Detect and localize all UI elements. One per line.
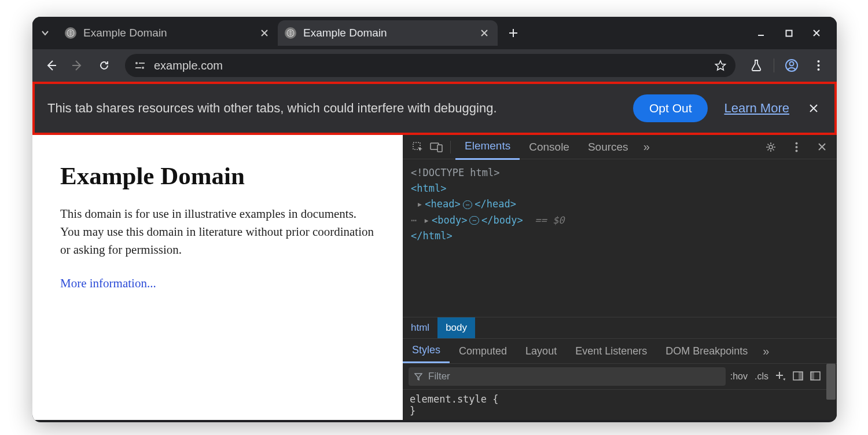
close-icon	[480, 29, 488, 37]
filter-placeholder: Filter	[428, 371, 450, 382]
maximize-button[interactable]	[784, 28, 794, 38]
ellipsis-icon[interactable]: ⋯	[469, 216, 479, 225]
forward-button[interactable]	[67, 55, 88, 76]
styles-filter-input[interactable]: Filter	[409, 367, 726, 386]
address-bar[interactable]: example.com	[125, 54, 735, 77]
dom-html-close: </html>	[411, 230, 453, 242]
dom-selected-indicator: == $0	[535, 214, 564, 226]
toolbar: example.com	[32, 49, 837, 82]
styles-tab-event-listeners[interactable]: Event Listeners	[566, 340, 656, 363]
style-rule-close: }	[410, 405, 819, 416]
close-icon	[812, 29, 821, 37]
tab-strip: Example Domain Example Domain	[32, 17, 837, 49]
breadcrumb-body[interactable]: body	[437, 317, 475, 338]
arrow-right-icon	[71, 59, 84, 72]
reload-icon	[98, 60, 110, 71]
close-icon	[809, 104, 818, 113]
back-button[interactable]	[41, 55, 61, 76]
svg-rect-22	[811, 372, 814, 380]
site-settings-icon[interactable]	[134, 61, 146, 70]
devtools-settings-button[interactable]	[762, 138, 780, 156]
svg-rect-20	[799, 372, 803, 380]
browser-window: Example Domain Example Domain	[32, 17, 837, 422]
styles-tabs-overflow[interactable]: »	[757, 345, 775, 358]
rendered-page: Example Domain This domain is for use in…	[32, 135, 403, 420]
divider	[774, 59, 774, 72]
scrollbar-track[interactable]	[826, 364, 837, 420]
infobar-close-button[interactable]	[806, 104, 822, 113]
devtools-close-button[interactable]	[812, 138, 831, 156]
styles-tabbar: Styles Computed Layout Event Listeners D…	[403, 338, 837, 364]
styles-body[interactable]: element.style { }	[403, 390, 826, 420]
profile-icon	[785, 59, 799, 72]
flask-icon	[751, 59, 762, 72]
devtools-panel: Elements Console Sources » <!DOCTYPE htm…	[403, 135, 837, 420]
minimize-button[interactable]	[756, 28, 766, 38]
svg-point-11	[817, 68, 819, 71]
tab-title: Example Domain	[303, 27, 471, 39]
gear-icon	[765, 141, 777, 153]
styles-tab-styles[interactable]: Styles	[403, 339, 450, 363]
devtools-tabs-overflow[interactable]: »	[638, 140, 656, 153]
kebab-icon	[795, 142, 798, 152]
more-info-link[interactable]: More information...	[60, 276, 156, 290]
tab-close-button[interactable]	[258, 27, 271, 39]
dom-breadcrumbs: html body	[403, 317, 837, 338]
minimize-icon	[757, 29, 765, 37]
devtools-tab-console[interactable]: Console	[520, 135, 579, 159]
tablist-dropdown-button[interactable]	[36, 24, 54, 42]
inspect-element-button[interactable]	[409, 138, 427, 156]
new-style-rule-button[interactable]	[775, 371, 786, 382]
styles-toggles: :hov .cls	[730, 371, 821, 382]
style-rule-open: element.style {	[410, 393, 819, 405]
opt-out-button[interactable]: Opt Out	[633, 94, 708, 122]
filter-icon	[414, 372, 422, 381]
devtools-tabbar: Elements Console Sources »	[403, 135, 837, 159]
hov-toggle[interactable]: :hov	[730, 371, 748, 382]
infobar-highlight: This tab shares resources with other tab…	[32, 82, 837, 135]
tab-close-button[interactable]	[478, 27, 491, 39]
scrollbar-thumb[interactable]	[826, 364, 836, 400]
toggle-sidebar-button[interactable]	[810, 371, 821, 382]
panel-icon	[793, 371, 803, 381]
dom-head-close: </head>	[475, 198, 516, 210]
globe-icon	[65, 27, 76, 39]
maximize-icon	[785, 30, 793, 37]
devtools-tab-elements[interactable]: Elements	[455, 134, 520, 160]
devices-icon	[430, 142, 443, 152]
devtools-tab-sources[interactable]: Sources	[579, 135, 638, 159]
tab-inactive[interactable]: Example Domain	[58, 20, 278, 46]
devtools-menu-button[interactable]	[787, 138, 806, 156]
window-controls	[756, 28, 837, 38]
bookmark-button[interactable]	[715, 60, 726, 71]
new-tab-button[interactable]	[498, 28, 529, 38]
profile-button[interactable]	[781, 55, 802, 76]
dom-tree[interactable]: <!DOCTYPE html> <html> ▸<head>⋯</head> ⋯…	[403, 159, 837, 317]
svg-point-3	[135, 62, 138, 64]
cls-toggle[interactable]: .cls	[755, 371, 768, 382]
content-row: Example Domain This domain is for use in…	[32, 135, 837, 420]
svg-rect-14	[437, 145, 442, 152]
menu-button[interactable]	[808, 55, 829, 76]
dom-html-open[interactable]: <html>	[411, 182, 446, 194]
close-window-button[interactable]	[811, 28, 822, 38]
tab-active[interactable]: Example Domain	[278, 20, 498, 46]
svg-point-5	[142, 67, 144, 69]
breadcrumb-html[interactable]: html	[403, 317, 437, 338]
device-toolbar-button[interactable]	[427, 138, 446, 156]
ellipsis-icon[interactable]: ⋯	[463, 200, 473, 209]
svg-rect-4	[139, 63, 145, 64]
styles-tab-computed[interactable]: Computed	[450, 340, 516, 363]
labs-button[interactable]	[746, 55, 767, 76]
dom-head-open[interactable]: <head>	[425, 198, 460, 210]
dom-body-open[interactable]: <body>	[432, 214, 467, 226]
styles-filter-row: Filter :hov .cls	[403, 364, 826, 390]
styles-tab-layout[interactable]: Layout	[516, 340, 566, 363]
computed-styles-button[interactable]	[793, 371, 803, 382]
arrow-left-icon	[45, 59, 57, 72]
svg-rect-2	[786, 30, 792, 36]
globe-icon	[285, 27, 296, 39]
styles-tab-dom-breakpoints[interactable]: DOM Breakpoints	[656, 340, 757, 363]
learn-more-link[interactable]: Learn More	[724, 101, 789, 116]
reload-button[interactable]	[94, 55, 115, 76]
